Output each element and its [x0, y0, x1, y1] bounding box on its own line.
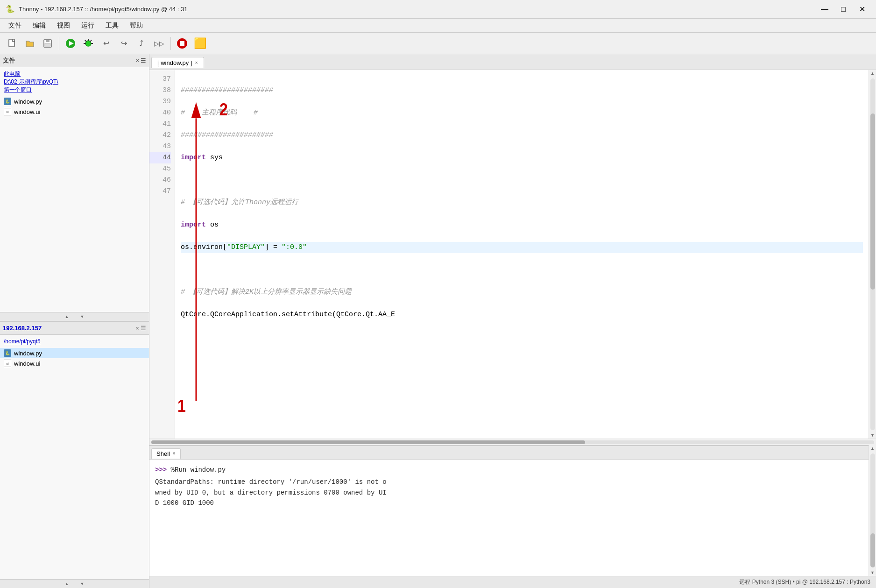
shell-area: Shell × ▲ >>> %Run window.py QStandardPa… — [149, 445, 876, 576]
remote-panel-controls: × ☰ — [135, 325, 146, 332]
remote-panel-header: 192.168.2.157 × ☰ — [0, 322, 149, 335]
shell-v-scroll-up-btn[interactable]: ▲ — [869, 445, 876, 452]
step-into-btn[interactable]: ↪ — [115, 35, 132, 52]
local-panel-menu-icon[interactable]: ☰ — [141, 57, 146, 64]
line-num-38: 38 — [149, 85, 171, 96]
v-scroll-thumb[interactable] — [870, 113, 875, 290]
v-scroll-up-arrow[interactable]: ▲ — [869, 70, 876, 77]
save-btn[interactable] — [39, 35, 56, 52]
code-line-46: # 【可选代码】解决2K以上分辨率显示器显示缺失问题 — [181, 287, 863, 298]
window-title: Thonny - 192.168.2.157 :: /home/pi/pyqt5… — [19, 6, 188, 13]
code-line-41 — [181, 175, 863, 186]
svg-rect-2 — [46, 40, 49, 42]
shell-v-scroll-down-btn[interactable]: ▼ — [869, 569, 876, 576]
toolbar: ↩ ↪ ⤴ ▷▷ 🟨 — [0, 33, 876, 54]
code-wrapper: 37 38 39 40 41 42 43 44 45 46 47 #######… — [149, 70, 876, 445]
toolbar-separator-1 — [59, 37, 59, 50]
line-num-46: 46 — [149, 175, 171, 186]
close-btn[interactable]: ✕ — [854, 3, 870, 16]
line-num-39: 39 — [149, 96, 171, 107]
python-file-icon: 🐍 — [4, 98, 11, 105]
editor-area: [ window.py ] × 37 38 39 40 41 42 43 — [149, 54, 876, 445]
editor-tab-label: [ window.py ] — [157, 59, 192, 66]
menu-view[interactable]: 视图 — [52, 21, 75, 31]
remote-filename-window-ui: window.ui — [14, 360, 40, 367]
svg-rect-0 — [9, 39, 14, 47]
code-line-39: ###################### — [181, 130, 863, 141]
remote-panel-menu-icon[interactable]: ☰ — [141, 325, 146, 332]
stop-icon — [176, 37, 188, 50]
remote-file-item-window-py[interactable]: 🐍 window.py — [0, 348, 149, 358]
local-scroll-down-btn[interactable]: ▼ — [79, 313, 85, 320]
h-scroll-thumb[interactable] — [151, 440, 585, 444]
v-scroll-down-arrow[interactable]: ▼ — [869, 432, 876, 439]
code-line-37: ###################### — [181, 85, 863, 96]
new-file-btn[interactable] — [4, 35, 21, 52]
code-line-38: # 主程序代码 # — [181, 107, 863, 119]
status-text: 远程 Python 3 (SSH) • pi @ 192.168.2.157 :… — [739, 578, 870, 586]
sidebar: 文件 × ☰ 此电脑 D:\02-示例程序\pyQT\ 第一个窗口 🐍 wind… — [0, 54, 149, 588]
open-folder-icon — [25, 38, 35, 49]
remote-scroll-down-btn[interactable]: ▼ — [79, 581, 85, 587]
editor-tab-close-btn[interactable]: × — [195, 60, 198, 65]
maximize-btn[interactable]: □ — [835, 3, 852, 16]
debug-icon — [83, 38, 94, 49]
local-scroll-up-btn[interactable]: ▲ — [64, 313, 70, 320]
line-num-47: 47 — [149, 186, 171, 197]
menu-tools[interactable]: 工具 — [101, 21, 123, 31]
editor-tab-window-py[interactable]: [ window.py ] × — [151, 57, 204, 68]
open-file-btn[interactable] — [21, 35, 38, 52]
remote-scroll-up-btn[interactable]: ▲ — [64, 581, 70, 587]
generic-file-icon: ui — [4, 108, 11, 115]
shell-command: %Run window.py — [167, 466, 226, 474]
code-line-42: # 【可选代码】允许Thonny远程运行 — [181, 197, 863, 208]
run-icon — [65, 38, 76, 49]
shell-tab-label: Shell — [156, 450, 170, 457]
code-line-43: import os — [181, 220, 863, 231]
editor-h-scrollbar[interactable] — [149, 439, 876, 445]
menu-edit[interactable]: 编辑 — [28, 21, 50, 31]
shell-tab-close-btn[interactable]: × — [172, 450, 176, 457]
minimize-btn[interactable]: — — [816, 3, 833, 16]
toolbar-separator-2 — [170, 37, 171, 50]
shell-tab[interactable]: Shell × — [151, 448, 181, 459]
line-num-43: 43 — [149, 141, 171, 152]
line-num-40: 40 — [149, 107, 171, 119]
shell-command-line: >>> %Run window.py — [155, 465, 870, 475]
flag-btn[interactable]: 🟨 — [191, 35, 208, 52]
line-num-45: 45 — [149, 163, 171, 175]
step-out-btn[interactable]: ⤴ — [133, 35, 150, 52]
v-scroll-track[interactable] — [870, 78, 875, 430]
code-content[interactable]: ###################### # 主程序代码 # #######… — [175, 70, 869, 439]
menu-file[interactable]: 文件 — [4, 21, 26, 31]
local-panel-header: 文件 × ☰ — [0, 54, 149, 67]
app-icon: 🐍 — [6, 5, 15, 14]
remote-path[interactable]: /home/pi/pyqt5 — [0, 335, 149, 348]
code-line-44: os.environ["DISPLAY"] = ":0.0" — [181, 242, 863, 253]
save-icon — [42, 38, 53, 49]
new-file-icon — [7, 38, 17, 49]
code-area[interactable]: 37 38 39 40 41 42 43 44 45 46 47 #######… — [149, 70, 876, 439]
shell-tab-bar: Shell × ▲ — [149, 446, 876, 460]
local-file-item-window-py[interactable]: 🐍 window.py — [0, 96, 149, 106]
editor-v-scrollbar[interactable]: ▲ ▼ — [869, 70, 876, 439]
editor-tab-bar: [ window.py ] × — [149, 54, 876, 70]
local-file-item-window-ui[interactable]: ui window.ui — [0, 106, 149, 117]
remote-generic-file-icon: ui — [4, 360, 11, 367]
remote-panel-close-btn[interactable]: × — [135, 325, 139, 332]
h-scroll-track[interactable] — [151, 440, 874, 444]
step-over-btn[interactable]: ↩ — [98, 35, 114, 52]
local-panel-close-btn[interactable]: × — [135, 57, 139, 64]
debug-btn[interactable] — [80, 35, 97, 52]
remote-file-item-window-ui[interactable]: ui window.ui — [0, 358, 149, 368]
code-line-40: import sys — [181, 152, 863, 163]
local-path[interactable]: 此电脑 D:\02-示例程序\pyQT\ 第一个窗口 — [0, 67, 149, 96]
stop-btn[interactable] — [174, 35, 191, 52]
resume-btn[interactable]: ▷▷ — [151, 35, 168, 52]
svg-line-10 — [85, 40, 87, 42]
local-files-panel: 文件 × ☰ 此电脑 D:\02-示例程序\pyQT\ 第一个窗口 🐍 wind… — [0, 54, 149, 322]
menu-run[interactable]: 运行 — [77, 21, 99, 31]
run-btn[interactable] — [62, 35, 79, 52]
menu-help[interactable]: 帮助 — [125, 21, 148, 31]
shell-content[interactable]: >>> %Run window.py QStandardPaths: runti… — [149, 460, 876, 576]
